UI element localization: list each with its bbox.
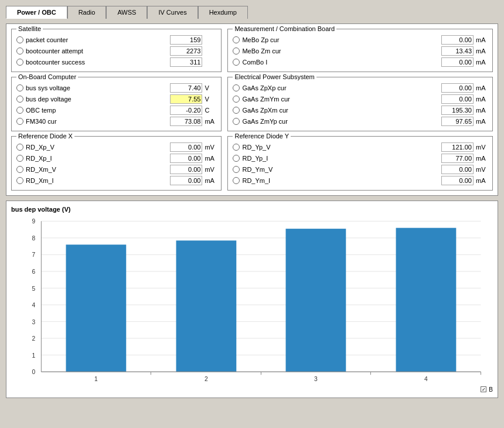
- measurement-unit-1: mA: [476, 47, 488, 55]
- satellite-value-2[interactable]: [170, 57, 202, 67]
- eps-label-3: GaAs ZmYp cur: [242, 118, 439, 125]
- measurement-label-2: ComBo I: [242, 59, 439, 66]
- satellite-title: Satellite: [16, 25, 43, 32]
- chart-title: bus dep voltage (V): [11, 206, 493, 213]
- rdx-value-0[interactable]: [170, 142, 202, 152]
- legend-label-b: B: [489, 386, 493, 393]
- eps-radio-2[interactable]: [233, 107, 240, 114]
- measurement-row-2: ComBo I mA: [233, 57, 488, 67]
- satellite-radio-0[interactable]: [16, 36, 23, 43]
- eps-radio-1[interactable]: [233, 96, 240, 103]
- rdx-unit-1: mA: [205, 155, 216, 162]
- rdy-row-0: RD_Yp_V mV: [233, 142, 488, 152]
- obc-value-2[interactable]: [170, 106, 202, 115]
- svg-text:5: 5: [32, 286, 35, 292]
- rdx-unit-0: mV: [205, 144, 216, 151]
- rdx-value-3[interactable]: [170, 176, 202, 185]
- obc-radio-2[interactable]: [16, 107, 23, 114]
- svg-text:2: 2: [32, 335, 35, 342]
- eps-fields: GaAs ZpXp cur mA GaAs ZmYm cur mA GaAs Z…: [233, 83, 488, 126]
- rdy-value-3[interactable]: [441, 176, 474, 185]
- satellite-value-1[interactable]: [170, 46, 202, 56]
- row2: On-Board Computer bus sys voltage V bus …: [11, 77, 493, 131]
- eps-row-1: GaAs ZmYm cur mA: [233, 94, 488, 104]
- tab-radio[interactable]: Radio: [67, 6, 107, 19]
- obc-radio-0[interactable]: [16, 84, 23, 91]
- obc-label-1: bus dep voltage: [26, 96, 168, 103]
- satellite-fields: packet counter bootcounter attempt bootc…: [16, 35, 216, 67]
- rdy-label-0: RD_Yp_V: [242, 144, 439, 151]
- svg-text:2: 2: [205, 376, 208, 382]
- tab-iv-curves[interactable]: IV Curves: [147, 6, 197, 19]
- measurement-radio-2[interactable]: [233, 59, 240, 66]
- obc-radio-1[interactable]: [16, 96, 23, 103]
- eps-radio-0[interactable]: [233, 84, 240, 91]
- measurement-value-1[interactable]: [441, 46, 474, 56]
- eps-value-3[interactable]: [441, 117, 474, 126]
- measurement-value-2[interactable]: [441, 57, 474, 67]
- rdy-row-3: RD_Ym_I mA: [233, 176, 488, 185]
- rdy-radio-2[interactable]: [233, 166, 240, 173]
- rdy-value-1[interactable]: [441, 154, 474, 163]
- eps-radio-3[interactable]: [233, 118, 240, 125]
- eps-unit-0: mA: [476, 84, 488, 91]
- svg-text:3: 3: [314, 376, 318, 382]
- eps-unit-2: mA: [476, 107, 488, 114]
- eps-value-1[interactable]: [441, 94, 474, 104]
- obc-radio-3[interactable]: [16, 118, 23, 125]
- rdy-row-2: RD_Ym_V mV: [233, 165, 488, 174]
- measurement-value-0[interactable]: [441, 35, 474, 45]
- satellite-value-0[interactable]: [170, 35, 202, 45]
- rdx-radio-0[interactable]: [16, 144, 23, 151]
- bar-4: [396, 228, 457, 372]
- rdx-radio-3[interactable]: [16, 177, 23, 184]
- rdy-radio-0[interactable]: [233, 144, 240, 151]
- obc-value-1[interactable]: [170, 94, 202, 104]
- measurement-fields: MeBo Zp cur mA MeBo Zm cur mA ComBo I: [233, 35, 488, 67]
- legend-checkbox-b[interactable]: ✓: [481, 386, 486, 392]
- svg-text:7: 7: [32, 252, 35, 259]
- rdy-radio-3[interactable]: [233, 177, 240, 184]
- eps-label-1: GaAs ZmYm cur: [242, 96, 439, 103]
- obc-label-2: OBC temp: [26, 107, 168, 114]
- chart-svg: 9 8 7 6 5 4 3 2 1 0: [11, 215, 493, 384]
- satellite-radio-1[interactable]: [16, 47, 23, 55]
- measurement-row-1: MeBo Zm cur mA: [233, 46, 488, 56]
- obc-row-0: bus sys voltage V: [16, 83, 216, 93]
- obc-unit-2: C: [205, 107, 216, 114]
- svg-text:1: 1: [32, 352, 35, 359]
- bar-2: [176, 240, 237, 372]
- obc-value-3[interactable]: [170, 117, 202, 126]
- tab-power-obc[interactable]: Power / OBC: [6, 6, 67, 19]
- rdx-label-2: RD_Xm_V: [26, 166, 168, 173]
- measurement-radio-1[interactable]: [233, 47, 240, 55]
- tab-hexdump[interactable]: Hexdump: [198, 6, 248, 19]
- svg-text:4: 4: [32, 302, 35, 308]
- obc-value-0[interactable]: [170, 83, 202, 93]
- rdy-value-0[interactable]: [441, 142, 474, 152]
- rdx-value-2[interactable]: [170, 165, 202, 174]
- satellite-group: Satellite packet counter bootcounter att…: [11, 29, 222, 72]
- rdy-radio-1[interactable]: [233, 155, 240, 162]
- ref-diode-y-fields: RD_Yp_V mV RD_Yp_I mA RD_Ym_V m: [233, 142, 488, 185]
- ref-diode-x-title: Reference Diode X: [16, 133, 74, 140]
- measurement-row-0: MeBo Zp cur mA: [233, 35, 488, 45]
- eps-value-2[interactable]: [441, 106, 474, 115]
- measurement-unit-0: mA: [476, 36, 488, 43]
- rdx-label-3: RD_Xm_I: [26, 177, 168, 184]
- measurement-radio-0[interactable]: [233, 36, 240, 43]
- rdy-label-3: RD_Ym_I: [242, 177, 439, 184]
- rdy-value-2[interactable]: [441, 165, 474, 174]
- eps-value-0[interactable]: [441, 83, 474, 93]
- tab-awss[interactable]: AWSS: [106, 6, 147, 19]
- rdx-value-1[interactable]: [170, 154, 202, 163]
- rdx-radio-1[interactable]: [16, 155, 23, 162]
- measurement-unit-2: mA: [476, 59, 488, 66]
- obc-label-0: bus sys voltage: [26, 84, 168, 91]
- bar-3: [286, 229, 346, 372]
- rdx-radio-2[interactable]: [16, 166, 23, 173]
- obc-unit-1: V: [205, 96, 216, 103]
- satellite-radio-2[interactable]: [16, 59, 23, 66]
- row3: Reference Diode X RD_Xp_V mV RD_Xp_I mA: [11, 136, 493, 191]
- measurement-title: Measurement / Combination Board: [233, 25, 336, 32]
